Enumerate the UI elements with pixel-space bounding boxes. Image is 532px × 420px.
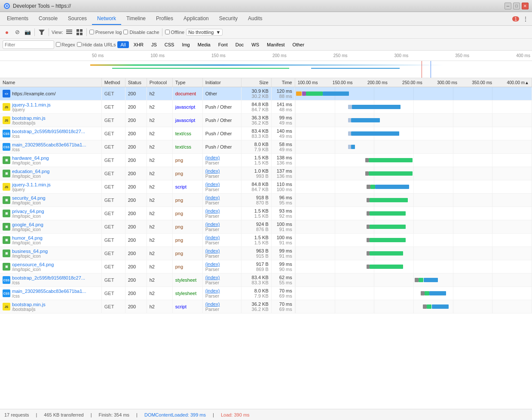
initiator-sub: Parser — [205, 200, 219, 205]
initiator-link[interactable]: (index) — [205, 248, 220, 253]
name-cell: CSS bootstrap_2c595fb9156f8018c27... /cs… — [0, 127, 101, 140]
table-row[interactable]: CSS bootstrap_2c595fb9156f8018c27... /cs… — [0, 127, 532, 140]
table-row[interactable]: ▣ humor_64.png /img/topic_icon GET 200 h… — [0, 234, 532, 247]
status-cell: 200 — [125, 180, 147, 194]
initiator-link[interactable]: (index) — [205, 195, 220, 200]
col-waterfall[interactable]: 100.00 ms 150.00 ms 200.00 ms 250.00 ms … — [295, 78, 532, 87]
table-row[interactable]: ▣ education_64.png /img/topic_icon GET 2… — [0, 167, 532, 180]
tab-timeline[interactable]: Timeline — [121, 13, 151, 25]
table-row[interactable]: ▣ opensource_64.png /img/topic_icon GET … — [0, 260, 532, 274]
initiator-link[interactable]: (index) — [205, 301, 220, 307]
preserve-log-checkbox[interactable] — [89, 30, 94, 34]
network-table[interactable]: Name Method Status Protocol Type Initiat… — [0, 78, 532, 399]
hide-data-urls-checkbox[interactable] — [77, 42, 82, 47]
table-row[interactable]: ▣ privacy_64.png /img/topic_icon GET 200… — [0, 207, 532, 220]
type-cell: png — [172, 220, 202, 234]
col-name[interactable]: Name — [0, 78, 101, 87]
offline-label[interactable]: Offline — [165, 30, 185, 35]
filter-media-button[interactable]: Media — [195, 41, 214, 48]
size-cell: 1.5 KB 1.5 KB — [241, 234, 271, 247]
disable-cache-checkbox[interactable] — [123, 30, 128, 34]
col-initiator[interactable]: Initiator — [202, 78, 241, 87]
size-cell: 1.5 KB 1.5 KB — [241, 207, 271, 220]
initiator-cell: (index)Parser — [202, 274, 241, 287]
filter-other-button[interactable]: Other — [290, 41, 308, 48]
regex-label[interactable]: Regex — [56, 42, 75, 47]
col-status[interactable]: Status — [125, 78, 147, 87]
tab-audits[interactable]: Audits — [243, 13, 267, 25]
filter-css-button[interactable]: CSS — [162, 41, 177, 48]
protocol-cell: h2 — [147, 167, 172, 180]
filter-doc-button[interactable]: Doc — [232, 41, 247, 48]
waterfall-cell — [295, 140, 532, 154]
more-options-icon[interactable]: ⋮ — [521, 15, 530, 22]
maximize-button[interactable]: □ — [513, 3, 520, 9]
initiator-link[interactable]: (index) — [205, 155, 220, 160]
table-row[interactable]: JS jquery-3.1.1.min.js /jquery GET 200 h… — [0, 100, 532, 114]
initiator-link[interactable]: (index) — [205, 288, 220, 293]
table-row[interactable]: ▣ security_64.png /img/topic_icon GET 20… — [0, 194, 532, 207]
filter-font-button[interactable]: Font — [215, 41, 231, 48]
table-row[interactable]: ▣ hardware_64.png /img/topic_icon GET 20… — [0, 154, 532, 167]
tab-console[interactable]: Console — [34, 13, 63, 25]
initiator-link[interactable]: (index) — [205, 235, 220, 240]
tab-network[interactable]: Network — [92, 13, 121, 25]
filter-all-button[interactable]: All — [117, 41, 128, 48]
table-row[interactable]: <> https://example.com/ GET 200 h2 docum… — [0, 87, 532, 100]
table-row[interactable]: JS jquery-3.1.1.min.js /jquery GET 200 h… — [0, 180, 532, 194]
initiator-link[interactable]: (index) — [205, 222, 220, 227]
filter-js-button[interactable]: JS — [148, 41, 160, 48]
initiator-link[interactable]: (index) — [205, 275, 220, 280]
disable-cache-label[interactable]: Disable cache — [123, 30, 159, 35]
file-name: bootstrap_2c595fb9156f8018c27... — [12, 129, 85, 134]
filter-xhr-button[interactable]: XHR — [131, 41, 147, 48]
tab-application[interactable]: Application — [178, 13, 214, 25]
time-cell: 62 ms 55 ms — [271, 274, 295, 287]
initiator-link[interactable]: (index) — [205, 182, 220, 187]
col-size[interactable]: Size — [241, 78, 271, 87]
tab-profiles[interactable]: Profiles — [151, 13, 178, 25]
minimize-button[interactable]: ─ — [504, 3, 511, 9]
record-button[interactable]: ● — [3, 28, 11, 37]
table-row[interactable]: ▣ business_64.png /img/topic_icon GET 20… — [0, 247, 532, 260]
name-cell: CSS main_23029855cabc83e6671ba1... /css — [0, 140, 101, 154]
col-method[interactable]: Method — [101, 78, 125, 87]
hide-data-urls-label[interactable]: Hide data URLs — [77, 42, 116, 47]
filter-ws-button[interactable]: WS — [248, 41, 262, 48]
initiator-text: Push / Other — [205, 118, 232, 123]
initiator-link[interactable]: (index) — [205, 208, 220, 213]
method-cell: GET — [101, 287, 125, 300]
table-row[interactable]: CSS main_23029855cabc83e6671ba1... /css … — [0, 287, 532, 300]
table-body: <> https://example.com/ GET 200 h2 docum… — [0, 87, 532, 313]
time-cell: 93 ms 92 ms — [271, 207, 295, 220]
view-grid-button[interactable] — [75, 28, 84, 37]
view-list-button[interactable] — [65, 28, 73, 37]
tab-security[interactable]: Security — [214, 13, 243, 25]
col-type[interactable]: Type — [172, 78, 202, 87]
filter-input[interactable] — [3, 40, 54, 49]
file-name: hardware_64.png — [12, 155, 49, 161]
filter-manifest-button[interactable]: Manifest — [264, 41, 288, 48]
table-row[interactable]: JS bootstrap.min.js /bootstrap/js GET 20… — [0, 114, 532, 127]
filter-button[interactable] — [37, 28, 46, 37]
waterfall-cell — [295, 100, 532, 114]
offline-checkbox[interactable] — [165, 30, 170, 34]
file-name: jquery-3.1.1.min.js — [12, 102, 51, 107]
filter-img-button[interactable]: Img — [179, 41, 193, 48]
tab-sources[interactable]: Sources — [63, 13, 92, 25]
initiator-link[interactable]: (index) — [205, 168, 220, 173]
close-button[interactable]: ✕ — [522, 3, 529, 9]
col-time[interactable]: Time — [271, 78, 295, 87]
table-row[interactable]: ▣ google_64.png /img/topic_icon GET 200 … — [0, 220, 532, 234]
table-row[interactable]: JS bootstrap.min.js /bootstrap/js GET 20… — [0, 300, 532, 313]
table-row[interactable]: CSS main_23029855cabc83e6671ba1... /css … — [0, 140, 532, 154]
camera-button[interactable]: 📷 — [23, 28, 32, 37]
regex-checkbox[interactable] — [56, 42, 61, 47]
stop-button[interactable]: ⊘ — [13, 28, 21, 37]
throttle-select[interactable]: No throttling ▼ — [186, 29, 223, 36]
preserve-log-label[interactable]: Preserve log — [89, 30, 122, 35]
initiator-link[interactable]: (index) — [205, 262, 220, 267]
col-protocol[interactable]: Protocol — [147, 78, 172, 87]
tab-elements[interactable]: Elements — [2, 13, 34, 25]
table-row[interactable]: CSS bootstrap_2c595fb9156f8018c27... /cs… — [0, 274, 532, 287]
